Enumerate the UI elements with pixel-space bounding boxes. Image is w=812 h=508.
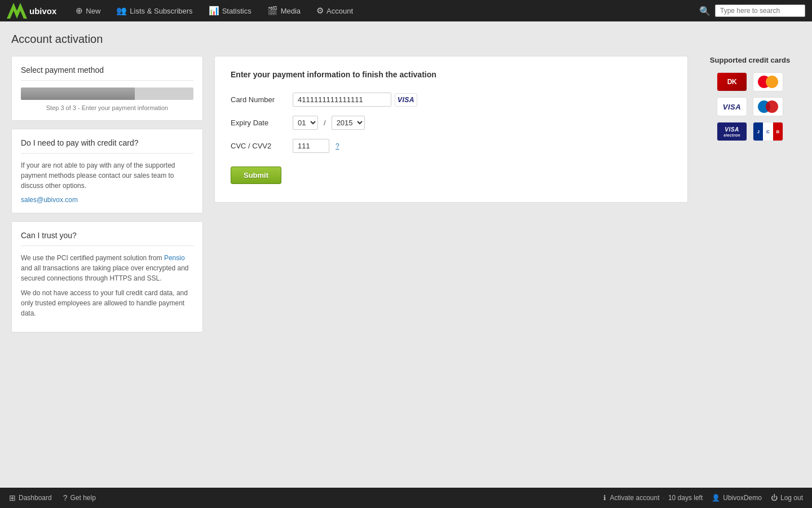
credit-card-body: If your are not able to pay with any of …: [21, 160, 193, 191]
get-help-link[interactable]: ? Get help: [63, 493, 96, 502]
nav-statistics-label: Statistics: [222, 7, 251, 15]
visa-badge: VISA: [395, 93, 417, 107]
expiry-year-select[interactable]: 201520162017 201820192020: [332, 116, 365, 130]
main-content: Account activation Select payment method…: [0, 21, 812, 488]
credit-card-title: Do I need to pay with credit card?: [21, 138, 193, 147]
user-info: 👤 UbivoxDemo: [712, 494, 762, 502]
nav-lists[interactable]: 👥 Lists & Subscribers: [108, 0, 200, 21]
info-icon: ℹ: [603, 494, 606, 502]
logout-label: Log out: [780, 494, 803, 502]
nav-media-label: Media: [281, 7, 301, 15]
dashboard-link[interactable]: ⊞ Dashboard: [9, 493, 52, 502]
cvc-input[interactable]: [293, 139, 329, 153]
payment-method-title: Select payment method: [21, 65, 193, 75]
username-label: UbivoxDemo: [723, 494, 762, 502]
submit-button[interactable]: Submit: [231, 167, 281, 184]
cvc-field: ?: [293, 139, 339, 153]
left-sidebar: Select payment method Step 3 of 3 - Ente…: [11, 56, 203, 332]
mastercard-card: [753, 72, 783, 91]
account-icon: ⚙: [316, 6, 324, 16]
card-number-input[interactable]: [293, 93, 391, 107]
form-intro: Enter your payment information to finish…: [231, 70, 672, 79]
user-icon: 👤: [712, 494, 720, 502]
expiry-month-select[interactable]: 01020304 05060708 09101112: [293, 116, 318, 130]
step-label: Step 3 of 3 - Enter your payment informa…: [21, 104, 193, 111]
cards-row-3: VISA electron J C B: [717, 122, 783, 141]
progress-bar: [21, 87, 193, 100]
jcb-card: J C B: [753, 122, 783, 141]
search-icon: 🔍: [699, 6, 710, 16]
trust-body2: We do not have access to your full credi…: [21, 288, 193, 318]
activate-link[interactable]: Activate account: [610, 494, 659, 502]
bottom-bar: ⊞ Dashboard ? Get help ℹ Activate accoun…: [0, 488, 812, 508]
content-row: Select payment method Step 3 of 3 - Ente…: [11, 56, 801, 332]
plus-icon: ⊕: [76, 6, 83, 16]
statistics-icon: 📊: [209, 6, 219, 16]
visa-card: VISA: [717, 97, 747, 116]
nav-media[interactable]: 🎬 Media: [259, 0, 308, 21]
sales-email-link[interactable]: sales@ubivox.com: [21, 196, 78, 204]
progress-fill: [21, 87, 135, 100]
brand-name: ubivox: [29, 6, 56, 16]
cvc-label: CVC / CVV2: [231, 142, 293, 150]
maestro-card: [753, 97, 783, 116]
logout-button[interactable]: ⏻ Log out: [771, 494, 803, 502]
bottom-left: ⊞ Dashboard ? Get help: [9, 493, 96, 502]
dashboard-icon: ⊞: [9, 493, 16, 502]
nav-account-label: Account: [326, 7, 353, 15]
cards-row-2: VISA: [717, 97, 783, 116]
media-icon: 🎬: [267, 6, 278, 16]
bottom-right: ℹ Activate account · 10 days left 👤 Ubiv…: [603, 494, 803, 502]
nav-new[interactable]: ⊕ New: [68, 0, 108, 21]
nav-statistics[interactable]: 📊 Statistics: [201, 0, 259, 21]
expiry-separator: /: [324, 119, 326, 127]
trust-title: Can I trust you?: [21, 231, 193, 240]
trust-body1: We use the PCI certified payment solutio…: [21, 253, 193, 283]
dashboard-label: Dashboard: [19, 494, 52, 502]
expiry-row: Expiry Date 01020304 05060708 09101112 /…: [231, 116, 672, 130]
cvc-row: CVC / CVV2 ?: [231, 139, 672, 153]
cards-row-1: DK: [717, 72, 783, 91]
payment-method-card: Select payment method Step 3 of 3 - Ente…: [11, 56, 203, 121]
nav-account[interactable]: ⚙ Account: [308, 0, 361, 21]
card-number-row: Card Number VISA: [231, 93, 672, 107]
cvc-help-link[interactable]: ?: [336, 142, 339, 150]
payment-form-panel: Enter your payment information to finish…: [214, 56, 688, 203]
activate-sep: ·: [663, 494, 665, 502]
credit-card-faq-card: Do I need to pay with credit card? If yo…: [11, 129, 203, 213]
trust-card: Can I trust you? We use the PCI certifie…: [11, 221, 203, 332]
search-area: 🔍: [699, 5, 805, 17]
top-navigation: ubivox ⊕ New 👥 Lists & Subscribers 📊 Sta…: [0, 0, 812, 21]
lists-icon: 👥: [116, 6, 127, 16]
get-help-label: Get help: [70, 494, 96, 502]
search-input[interactable]: [715, 5, 805, 17]
days-left: 10 days left: [668, 494, 703, 502]
nav-new-label: New: [86, 7, 100, 15]
card-number-label: Card Number: [231, 95, 293, 104]
cards-grid: DK VISA: [699, 72, 801, 141]
activate-notice: ℹ Activate account · 10 days left: [603, 494, 703, 502]
dk-card: DK: [717, 72, 747, 91]
nav-lists-label: Lists & Subscribers: [130, 7, 192, 15]
help-icon: ?: [63, 493, 68, 502]
expiry-label: Expiry Date: [231, 119, 293, 127]
logo[interactable]: ubivox: [7, 3, 56, 19]
supported-cards-title: Supported credit cards: [699, 56, 801, 64]
supported-cards-section: Supported credit cards DK VISA: [699, 56, 801, 141]
card-number-field: VISA: [293, 93, 417, 107]
expiry-field: 01020304 05060708 09101112 / 20152016201…: [293, 116, 365, 130]
svg-marker-0: [7, 3, 27, 19]
visa-electron-card: VISA electron: [717, 122, 747, 141]
submit-row: Submit: [231, 162, 672, 184]
logout-icon: ⏻: [771, 494, 778, 502]
page-title: Account activation: [11, 33, 801, 46]
pensio-link[interactable]: Pensio: [164, 254, 185, 262]
